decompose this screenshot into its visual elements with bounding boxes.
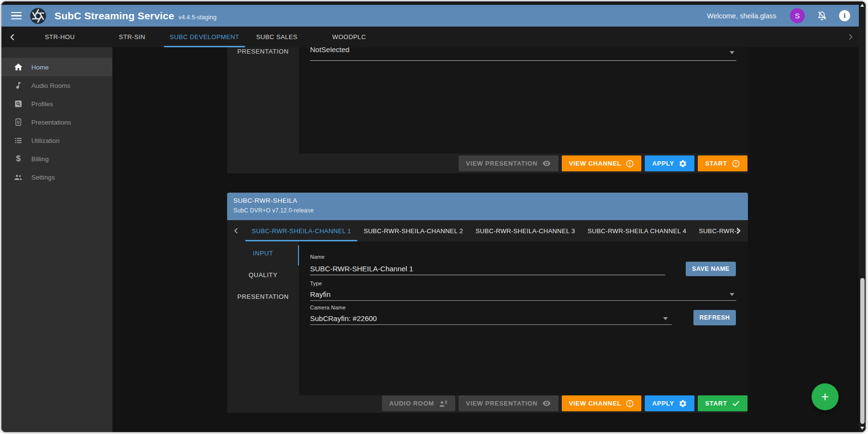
scrollbar-thumb[interactable] [860,278,865,424]
channel-tab-2[interactable]: SUBC-RWR-SHEILA-CHANNEL 2 [357,220,469,241]
gear-icon [678,399,687,408]
subtab-input[interactable]: INPUT [227,242,299,264]
info-icon[interactable]: i [839,10,850,21]
scrollbar-up-arrow-icon[interactable] [860,4,864,7]
card2-action-row: AUDIO ROOM VIEW PRESENTATION [227,395,748,413]
menu-hamburger-icon[interactable] [11,12,22,20]
sidebar-item-profiles[interactable]: Profiles [1,95,112,113]
alert-circle-icon [625,159,634,168]
sidebar-item-audio-rooms[interactable]: Audio Rooms [1,76,112,95]
org-tab-subc-development[interactable]: SUBC DEVELOPMENT [168,27,241,47]
button-label: AUDIO ROOM [389,400,434,407]
home-icon [14,62,23,72]
welcome-text: Welcome, sheila.glass [707,12,776,20]
button-label: START [705,160,727,167]
sidebar-item-utilization[interactable]: Utilization [1,131,112,150]
music-note-icon [14,81,23,90]
subc-aperture-logo-icon [29,7,47,25]
save-name-button[interactable]: SAVE NAME [686,262,736,276]
chevron-down-icon [730,293,734,296]
image-search-icon [14,99,23,109]
app-header: SubC Streaming Service v4.4.5-staging We… [1,5,859,27]
subtab-presentation[interactable]: PRESENTATION [227,286,299,308]
sidebar-item-label: Audio Rooms [31,82,70,89]
sidebar-item-label: Billing [31,155,49,163]
user-avatar[interactable]: S [790,8,805,23]
chevron-down-icon [663,317,668,320]
alert-circle-icon [732,159,740,168]
channel-settings-body: INPUT QUALITY PRESENTATION Name SUBC-RWR… [227,241,748,395]
org-tab-str-hou[interactable]: STR-HOU [24,27,96,47]
camera-name-field-label: Camera Name [310,305,346,310]
type-select-underline [310,300,736,301]
org-tab-bar: STR-HOU STR-SIN SUBC DEVELOPMENT SUBC SA… [1,27,859,47]
sidebar-item-billing[interactable]: $ Billing [1,150,112,168]
sidebar-item-settings[interactable]: Settings [1,168,112,186]
channel-tab-3[interactable]: SUBC-RWR-SHEILA-CHANNEL 3 [469,220,581,241]
scrollbar-down-arrow-icon[interactable] [860,427,864,430]
channel-tabs-scroll-right-icon[interactable] [734,227,742,235]
channel-tab-4[interactable]: SUBC-RWR-SHEILA CHANNEL 4 [581,220,692,241]
notifications-off-icon[interactable] [816,10,827,21]
start-button[interactable]: START [698,155,747,171]
record-voice-over-icon [438,399,448,408]
channel-tab-5[interactable]: SUBC-RWR-S [692,220,739,241]
app-window: SubC Streaming Service v4.4.5-staging We… [1,1,866,433]
button-label: START [705,400,727,407]
sidebar-item-label: Presentations [31,119,71,126]
org-tabs-scroll-left-icon[interactable] [1,33,24,41]
org-tabs: STR-HOU STR-SIN SUBC DEVELOPMENT SUBC SA… [24,27,385,47]
people-icon [14,172,23,182]
subtab-quality[interactable]: QUALITY [227,264,299,286]
name-field-label: Name [310,254,325,260]
sidebar-item-label: Profiles [31,100,53,108]
view-presentation-button: VIEW PRESENTATION [459,155,558,171]
button-label: APPLY [652,400,674,407]
sidebar-nav: Home Audio Rooms Profiles [1,47,112,432]
main-content: PRESENTATION NotSelected VIEW PRESENTATI… [112,47,859,432]
org-tab-woodplc[interactable]: WOODPLC [313,27,385,47]
audio-room-button: AUDIO ROOM [382,395,455,411]
dvr-card-subc-rwr-sheila: SUBC-RWR-SHEILA SubC DVR+O v7.12.0-relea… [227,193,748,413]
dvr-title: SUBC-RWR-SHEILA [233,197,748,204]
sidebar-item-label: Settings [31,174,55,181]
alert-circle-icon [625,399,634,408]
app-version: v4.4.5-staging [178,14,217,21]
camera-name-select[interactable]: SubCRayfin: #22600 [310,314,377,322]
apply-button[interactable]: APPLY [645,395,694,411]
card1-form-area: NotSelected [299,47,748,154]
apply-button[interactable]: APPLY [645,155,694,171]
add-fab-button[interactable]: + [812,383,839,410]
org-tabs-scroll-right-icon[interactable] [847,33,854,41]
eye-icon [542,159,551,168]
refresh-button[interactable]: REFRESH [693,310,736,325]
name-input[interactable]: SUBC-RWR-SHEILA-Channel 1 [310,265,413,273]
dvr-subtitle: SubC DVR+O v7.12.0-release [233,207,748,214]
window-top-strip [1,1,859,5]
check-icon [732,399,740,408]
eye-icon [542,399,551,408]
sidebar-item-home[interactable]: Home [1,58,112,76]
channel-tab-1[interactable]: SUBC-RWR-SHEILA-CHANNEL 1 [245,220,357,241]
file-attachment-icon [14,117,23,127]
button-label: VIEW CHANNEL [569,400,622,407]
view-channel-button[interactable]: VIEW CHANNEL [562,155,642,171]
view-channel-button[interactable]: VIEW CHANNEL [562,395,642,411]
org-tab-str-sin[interactable]: STR-SIN [96,27,168,47]
settings-subtab-column: INPUT QUALITY PRESENTATION [227,241,299,395]
card1-subtab-presentation[interactable]: PRESENTATION [227,48,299,55]
org-tab-subc-sales[interactable]: SUBC SALES [241,27,313,47]
input-settings-form: Name SUBC-RWR-SHEILA-Channel 1 SAVE NAME… [299,241,748,395]
start-button[interactable]: START [698,395,747,411]
select-underline [310,60,736,61]
app-title: SubC Streaming Service [54,10,174,22]
type-select[interactable]: Rayfin [310,290,331,298]
button-label: VIEW PRESENTATION [466,160,538,167]
sidebar-item-label: Utilization [31,137,60,144]
presentation-select[interactable]: NotSelected [310,47,350,54]
sidebar-item-presentations[interactable]: Presentations [1,113,112,131]
button-label: VIEW CHANNEL [569,160,622,167]
type-field-label: Type [310,280,322,286]
channel-card-presentation: PRESENTATION NotSelected VIEW PRESENTATI… [227,47,748,173]
channel-tabs-scroll-left-icon[interactable] [227,227,245,234]
